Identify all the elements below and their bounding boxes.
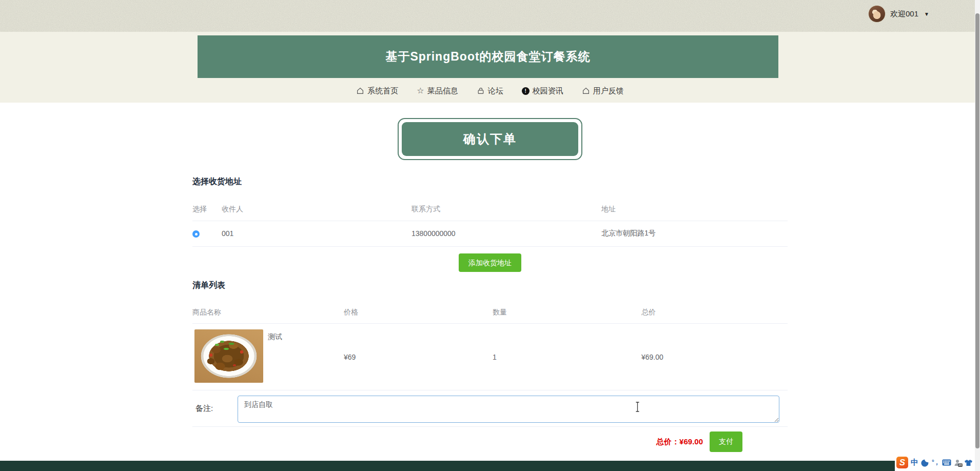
ime-mode-chinese[interactable]: 中 bbox=[911, 458, 918, 467]
col-header-phone: 联系方式 bbox=[411, 198, 601, 221]
nav-label: 论坛 bbox=[488, 86, 503, 96]
col-header-total: 总价 bbox=[641, 302, 788, 324]
toolbox-icon[interactable]: 20 bbox=[954, 459, 962, 466]
nav-item-dishes[interactable]: ☆ 菜品信息 bbox=[417, 84, 458, 97]
sogou-logo-icon[interactable]: S bbox=[896, 457, 908, 468]
checkout-row: 总价：¥69.00 支付 bbox=[192, 427, 788, 452]
remark-textarea[interactable]: 到店自取 bbox=[238, 396, 779, 423]
dish-total: ¥69.00 bbox=[641, 324, 788, 390]
nav-item-news[interactable]: ! 校园资讯 bbox=[522, 84, 563, 97]
address-section-heading: 选择收货地址 bbox=[192, 176, 788, 187]
dish-price: ¥69 bbox=[344, 324, 493, 390]
site-header: 基于SpringBoot的校园食堂订餐系统 系统首页 ☆ 菜品信息 论坛 ! bbox=[0, 32, 980, 103]
page: 欢迎001 ▼ 基于SpringBoot的校园食堂订餐系统 系统首页 ☆ 菜品信… bbox=[0, 0, 980, 471]
main-nav: 系统首页 ☆ 菜品信息 论坛 ! 校园资讯 用户反馈 bbox=[0, 84, 980, 97]
dish-name: 测试 bbox=[268, 332, 282, 342]
nav-item-forum[interactable]: 论坛 bbox=[477, 84, 503, 97]
nav-label: 校园资讯 bbox=[533, 86, 563, 96]
col-header-select: 选择 bbox=[192, 198, 222, 221]
address-value: 北京市朝阳路1号 bbox=[601, 221, 788, 246]
star-icon: ☆ bbox=[417, 87, 424, 95]
address-table-header: 选择 收件人 联系方式 地址 bbox=[192, 198, 788, 221]
col-header-receiver: 收件人 bbox=[222, 198, 411, 221]
home-icon bbox=[582, 87, 590, 95]
main-content: 选择收货地址 选择 收件人 联系方式 地址 001 13800000000 北京… bbox=[192, 174, 788, 452]
moon-icon[interactable] bbox=[921, 459, 929, 467]
total-value: ¥69.00 bbox=[679, 437, 703, 446]
remark-row: 备注: 到店自取 bbox=[192, 390, 788, 427]
vertical-scrollbar[interactable] bbox=[975, 0, 980, 471]
dish-image bbox=[194, 329, 263, 383]
chevron-down-icon[interactable]: ▼ bbox=[924, 11, 929, 17]
toolbox-badge: 20 bbox=[958, 463, 963, 467]
list-section-heading: 清单列表 bbox=[192, 280, 788, 291]
user-menu[interactable]: 欢迎001 ▼ bbox=[868, 5, 929, 23]
page-title: 确认下单 bbox=[463, 131, 517, 147]
info-icon: ! bbox=[522, 87, 530, 95]
nav-item-home[interactable]: 系统首页 bbox=[356, 84, 398, 97]
add-address-button[interactable]: 添加收货地址 bbox=[459, 253, 521, 272]
order-table-header: 商品名称 价格 数量 总价 bbox=[192, 302, 788, 324]
top-texture-bar: 欢迎001 ▼ bbox=[0, 0, 980, 32]
total-label: 总价： bbox=[656, 437, 679, 446]
pay-button[interactable]: 支付 bbox=[710, 431, 742, 452]
lock-icon bbox=[477, 87, 485, 95]
order-item-row: 测试 ¥69 1 ¥69.00 bbox=[192, 324, 788, 390]
col-header-name: 商品名称 bbox=[192, 302, 344, 324]
nav-label: 系统首页 bbox=[367, 86, 398, 96]
col-header-qty: 数量 bbox=[493, 302, 641, 324]
order-confirm-plaque-frame: 确认下单 bbox=[398, 118, 582, 160]
home-icon bbox=[356, 87, 364, 95]
punctuation-icon[interactable]: °， bbox=[932, 458, 939, 467]
col-header-price: 价格 bbox=[344, 302, 493, 324]
welcome-text: 欢迎001 bbox=[890, 9, 918, 19]
scrollbar-thumb[interactable] bbox=[975, 13, 979, 448]
avatar[interactable] bbox=[868, 5, 886, 23]
texture-noise bbox=[0, 0, 980, 32]
receiver-value: 001 bbox=[222, 221, 411, 246]
address-radio-selected[interactable] bbox=[192, 230, 200, 238]
nav-label: 菜品信息 bbox=[427, 86, 458, 96]
address-row: 001 13800000000 北京市朝阳路1号 bbox=[192, 221, 788, 246]
remark-label: 备注: bbox=[192, 404, 213, 413]
col-header-address: 地址 bbox=[601, 198, 788, 221]
address-table: 选择 收件人 联系方式 地址 001 13800000000 北京市朝阳路1号 bbox=[192, 198, 788, 247]
nav-item-feedback[interactable]: 用户反馈 bbox=[582, 84, 624, 97]
keyboard-icon[interactable] bbox=[942, 459, 951, 466]
site-banner: 基于SpringBoot的校园食堂订餐系统 bbox=[198, 35, 778, 78]
footer-bar bbox=[0, 461, 980, 471]
phone-value: 13800000000 bbox=[411, 221, 601, 246]
nav-label: 用户反馈 bbox=[593, 86, 624, 96]
tshirt-icon[interactable] bbox=[964, 459, 973, 466]
order-confirm-plaque: 确认下单 bbox=[402, 122, 578, 156]
ime-toolbar: S 中 °， 20 bbox=[895, 454, 980, 471]
order-items-table: 商品名称 价格 数量 总价 测试 ¥69 1 ¥69.00 bbox=[192, 302, 788, 427]
site-title: 基于SpringBoot的校园食堂订餐系统 bbox=[385, 49, 590, 65]
dish-qty: 1 bbox=[493, 324, 641, 390]
